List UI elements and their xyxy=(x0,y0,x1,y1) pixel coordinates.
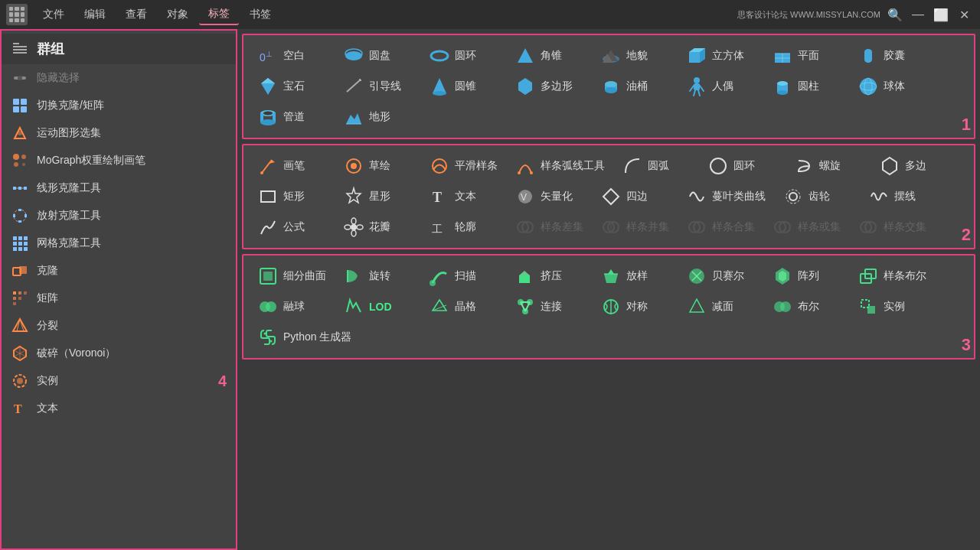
item-subdiv[interactable]: 细分曲面 xyxy=(250,262,334,291)
item-instance2[interactable]: 实例 xyxy=(850,292,934,321)
loft-label: 放样 xyxy=(626,269,648,283)
item-oiltank[interactable]: 油桶 xyxy=(593,72,677,101)
minimize-icon[interactable]: — xyxy=(910,6,926,23)
svg-rect-31 xyxy=(24,242,28,246)
item-pen[interactable]: 画笔 xyxy=(250,151,334,181)
svg-point-103 xyxy=(260,171,263,174)
item-polygon[interactable]: 多边形 xyxy=(507,72,591,101)
item-tube[interactable]: 管道 xyxy=(250,103,334,132)
search-icon[interactable]: 🔍 xyxy=(887,6,903,23)
item-plane[interactable]: 平面 xyxy=(764,41,848,70)
close-icon[interactable]: ✕ xyxy=(956,6,972,23)
formula-label: 公式 xyxy=(283,220,305,234)
item-figure[interactable]: 人偶 xyxy=(678,72,763,101)
svg-point-91 xyxy=(777,90,788,95)
svg-point-70 xyxy=(864,49,872,55)
svg-marker-100 xyxy=(346,113,361,124)
item-connect[interactable]: 连接 xyxy=(507,292,591,321)
menu-view[interactable]: 查看 xyxy=(116,5,156,24)
restore-icon[interactable]: ⬜ xyxy=(933,6,949,23)
item-arc-tool[interactable]: 样条弧线工具 xyxy=(507,151,612,181)
item-torus[interactable]: 圆环 xyxy=(421,41,505,70)
figure-icon xyxy=(686,76,707,97)
sidebar-item-radial-clone[interactable]: 放射克隆工具 xyxy=(2,202,236,229)
section3-badge: 3 xyxy=(962,335,971,355)
sidebar-item-text[interactable]: T 文本 xyxy=(2,395,236,422)
radial-clone-icon xyxy=(11,207,29,225)
item-formula[interactable]: 公式 xyxy=(250,213,334,242)
item-capsule[interactable]: 胶囊 xyxy=(850,41,934,70)
arc-icon xyxy=(622,155,643,177)
item-flower[interactable]: 花瓣 xyxy=(335,213,420,242)
item-bezier[interactable]: 贝赛尔 xyxy=(678,262,763,291)
item-cylinder[interactable]: 圆柱 xyxy=(764,72,848,101)
item-curve[interactable]: 蔓叶类曲线 xyxy=(678,182,773,211)
sidebar-item-clone[interactable]: 克隆 xyxy=(2,257,236,285)
item-sphere[interactable]: 球体 xyxy=(850,72,934,101)
item-star[interactable]: 星形 xyxy=(335,182,420,211)
item-spline-bool2[interactable]: 样条布尔 xyxy=(850,262,934,291)
item-pyramid[interactable]: 角锥 xyxy=(507,41,591,70)
guide-icon xyxy=(343,76,364,97)
item-contour[interactable]: 工 轮廓 xyxy=(421,213,505,242)
sidebar-item-fracture[interactable]: 分裂 xyxy=(2,312,236,340)
sidebar-item-voronoi[interactable]: 破碎（Voronoi） xyxy=(2,340,236,367)
sidebar-item-motion-select[interactable]: 运动图形选集 xyxy=(2,119,236,147)
item-circle[interactable]: 圆环 xyxy=(700,151,784,181)
menu-object[interactable]: 对象 xyxy=(158,5,198,24)
item-polygon2[interactable]: 多边 xyxy=(871,151,956,181)
item-bool2[interactable]: 布尔 xyxy=(764,292,848,321)
item-lathe[interactable]: 旋转 xyxy=(335,262,420,291)
item-four-side[interactable]: 四边 xyxy=(593,182,677,211)
item-python[interactable]: Python 生成器 xyxy=(250,323,359,352)
extrude-icon xyxy=(514,265,536,287)
item-metaball[interactable]: 融球 xyxy=(250,292,334,321)
sidebar-item-grid-clone[interactable]: 网格克隆工具 xyxy=(2,229,236,257)
item-cone2[interactable]: 圆锥 xyxy=(421,72,505,101)
plane-label: 平面 xyxy=(798,49,819,63)
spline-union-icon xyxy=(600,216,622,238)
svg-rect-84 xyxy=(694,83,700,90)
sidebar-item-instance[interactable]: 实例 4 xyxy=(2,367,236,395)
sidebar-item-matrix[interactable]: 矩阵 xyxy=(2,285,236,312)
sidebar-item-switch-clone[interactable]: 切换克隆/矩阵 xyxy=(2,92,236,119)
item-null[interactable]: 0 ⊥ 空白 xyxy=(250,41,334,70)
sidebar-item-linear-clone[interactable]: 线形克隆工具 xyxy=(2,174,236,202)
svg-rect-1 xyxy=(13,46,27,47)
item-guide[interactable]: 引导线 xyxy=(335,72,420,101)
item-gem[interactable]: 宝石 xyxy=(250,72,334,101)
menu-edit[interactable]: 编辑 xyxy=(75,5,115,24)
item-arc[interactable]: 圆弧 xyxy=(614,151,698,181)
item-terrain[interactable]: 地形 xyxy=(335,103,420,132)
item-lattice[interactable]: 晶格 xyxy=(421,292,505,321)
item-disc[interactable]: 圆盘 xyxy=(335,41,420,70)
item-vectorize[interactable]: V 矢量化 xyxy=(507,182,591,211)
item-extrude[interactable]: 挤压 xyxy=(507,262,591,291)
mograph-icon xyxy=(11,151,29,170)
item-text2[interactable]: T 文本 xyxy=(421,182,505,211)
svg-point-99 xyxy=(263,112,273,116)
sidebar-item-hide-select[interactable]: 隐藏选择 xyxy=(2,64,236,92)
star-label: 星形 xyxy=(369,190,390,203)
item-helix[interactable]: 螺旋 xyxy=(786,151,870,181)
item-symmetry[interactable]: 对称 xyxy=(593,292,677,321)
item-array[interactable]: 阵列 xyxy=(764,262,848,291)
polygon2-icon xyxy=(879,155,900,177)
menu-bookmark[interactable]: 书签 xyxy=(240,5,280,24)
item-gear[interactable]: 齿轮 xyxy=(775,182,859,211)
item-sketch[interactable]: 草绘 xyxy=(335,151,420,181)
item-rect[interactable]: 矩形 xyxy=(250,182,334,211)
item-loft[interactable]: 放样 xyxy=(593,262,677,291)
item-spline-or: 样条或集 xyxy=(764,213,848,242)
item-poly-reduce[interactable]: 减面 xyxy=(678,292,763,321)
item-cycloid[interactable]: 摆线 xyxy=(861,182,945,211)
item-landscape[interactable]: 地貌 xyxy=(593,41,677,70)
sidebar-item-mograph-pen[interactable]: MoGraph权重绘制画笔 xyxy=(2,147,236,174)
item-sweep[interactable]: 扫描 xyxy=(421,262,505,291)
menu-tag[interactable]: 标签 xyxy=(199,4,239,25)
item-lod[interactable]: LOD xyxy=(335,292,420,321)
item-cube[interactable]: 立方体 xyxy=(678,41,763,70)
menu-file[interactable]: 文件 xyxy=(34,5,74,24)
pen-icon xyxy=(257,155,279,177)
item-smooth-spline[interactable]: 平滑样条 xyxy=(421,151,505,181)
